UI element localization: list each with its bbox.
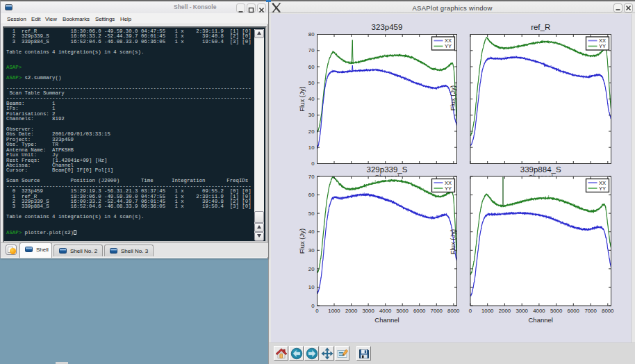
- svg-text:Flux (Jy): Flux (Jy): [298, 86, 306, 111]
- svg-text:2000: 2000: [345, 308, 358, 314]
- svg-text:Channel: Channel: [374, 316, 399, 324]
- svg-text:Flux (Jy): Flux (Jy): [449, 85, 456, 110]
- svg-text:3000: 3000: [362, 308, 374, 314]
- svg-text:50: 50: [308, 80, 315, 86]
- svg-text:30: 30: [308, 112, 315, 118]
- svg-text:80: 80: [308, 31, 315, 38]
- svg-text:4000: 4000: [379, 308, 392, 314]
- svg-text:2000: 2000: [499, 308, 511, 314]
- svg-text:8000: 8000: [602, 308, 614, 314]
- svg-text:70: 70: [308, 174, 315, 180]
- svg-text:0: 0: [311, 303, 315, 309]
- svg-text:323p459: 323p459: [372, 23, 403, 31]
- svg-text:Flux (Jy): Flux (Jy): [449, 229, 456, 254]
- svg-text:5000: 5000: [397, 308, 409, 314]
- svg-text:0: 0: [469, 308, 472, 314]
- svg-text:40: 40: [308, 229, 315, 235]
- svg-text:ref_R: ref_R: [531, 23, 550, 31]
- svg-text:YY: YY: [599, 43, 606, 49]
- svg-text:0: 0: [315, 308, 319, 314]
- svg-text:4000: 4000: [533, 308, 545, 314]
- svg-text:1000: 1000: [328, 308, 340, 314]
- svg-text:7000: 7000: [584, 308, 597, 314]
- svg-text:10: 10: [308, 284, 315, 290]
- svg-text:3000: 3000: [516, 308, 529, 314]
- svg-text:8000: 8000: [447, 308, 460, 314]
- svg-text:20: 20: [308, 129, 315, 135]
- svg-text:0: 0: [311, 160, 315, 167]
- svg-text:6000: 6000: [568, 308, 580, 314]
- svg-text:329p339_S: 329p339_S: [367, 165, 408, 174]
- svg-text:Channel: Channel: [529, 316, 553, 324]
- svg-text:10: 10: [308, 144, 315, 151]
- svg-text:Flux (Jy): Flux (Jy): [298, 229, 306, 254]
- svg-text:20: 20: [308, 266, 315, 272]
- svg-text:339p884_S: 339p884_S: [520, 165, 561, 174]
- svg-text:30: 30: [308, 247, 315, 254]
- svg-text:60: 60: [308, 64, 315, 70]
- svg-text:7000: 7000: [431, 308, 443, 314]
- svg-text:YY: YY: [445, 185, 452, 192]
- svg-text:5000: 5000: [550, 308, 563, 314]
- svg-text:6000: 6000: [413, 308, 426, 314]
- svg-text:YY: YY: [599, 185, 606, 192]
- svg-text:1000: 1000: [481, 308, 494, 314]
- svg-text:50: 50: [308, 210, 315, 217]
- svg-text:40: 40: [308, 96, 315, 102]
- svg-text:60: 60: [308, 192, 315, 198]
- svg-text:70: 70: [308, 47, 315, 53]
- svg-text:YY: YY: [445, 43, 452, 49]
